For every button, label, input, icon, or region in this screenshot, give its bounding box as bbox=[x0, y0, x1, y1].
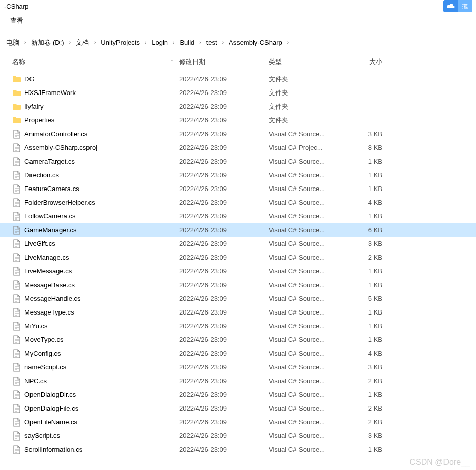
file-name-cell: nameScript.cs bbox=[12, 363, 179, 372]
file-size-cell: 2 KB bbox=[346, 404, 386, 412]
file-icon bbox=[12, 418, 21, 427]
file-name-cell: sayScript.cs bbox=[12, 431, 179, 441]
file-type-cell: 文件夹 bbox=[269, 102, 346, 111]
file-row[interactable]: sayScript.cs2022/4/26 23:09Visual C# Sou… bbox=[0, 429, 476, 443]
column-header-size[interactable]: 大小 bbox=[346, 57, 386, 67]
file-name-label: OpenDialogDir.cs bbox=[24, 391, 76, 398]
file-type-cell: Visual C# Source... bbox=[269, 212, 346, 220]
file-type-cell: Visual C# Source... bbox=[269, 404, 346, 412]
file-date-cell: 2022/4/26 23:09 bbox=[179, 185, 269, 193]
folder-icon bbox=[12, 102, 21, 111]
file-icon bbox=[12, 280, 21, 290]
cloud-sync-button[interactable]: 拖 bbox=[443, 0, 472, 12]
file-name-cell: FeatureCamera.cs bbox=[12, 184, 179, 194]
file-icon bbox=[12, 335, 21, 344]
ribbon-tab-view[interactable]: 查看 bbox=[0, 12, 476, 32]
file-type-cell: Visual C# Source... bbox=[269, 171, 346, 179]
file-row[interactable]: HXSJFrameWork2022/4/26 23:09文件夹 bbox=[0, 86, 476, 100]
column-header-date[interactable]: 修改日期 bbox=[179, 57, 269, 67]
file-icon bbox=[12, 253, 21, 262]
file-row[interactable]: Assembly-CSharp.csproj2022/4/26 23:09Vis… bbox=[0, 141, 476, 154]
file-name-cell: ScrollInformation.cs bbox=[12, 445, 179, 454]
file-name-cell: GameManager.cs bbox=[12, 226, 179, 235]
file-name-label: DG bbox=[24, 75, 35, 83]
file-row[interactable]: ScrollInformation.cs2022/4/26 23:09Visua… bbox=[0, 443, 476, 456]
file-icon bbox=[12, 198, 21, 207]
file-row[interactable]: NPC.cs2022/4/26 23:09Visual C# Source...… bbox=[0, 374, 476, 388]
file-row[interactable]: MiYu.cs2022/4/26 23:09Visual C# Source..… bbox=[0, 319, 476, 333]
file-date-cell: 2022/4/26 23:09 bbox=[179, 75, 269, 83]
column-header-name[interactable]: 名称 ˇ bbox=[12, 57, 179, 67]
file-row[interactable]: MoveType.cs2022/4/26 23:09Visual C# Sour… bbox=[0, 333, 476, 347]
file-name-label: MessageHandle.cs bbox=[24, 295, 81, 302]
file-type-cell: Visual C# Source... bbox=[269, 254, 346, 261]
ribbon-tab-label: 查看 bbox=[10, 17, 23, 24]
breadcrumb-item[interactable]: 新加卷 (D:) bbox=[27, 36, 68, 49]
file-size-cell: 1 KB bbox=[346, 322, 386, 330]
file-name-label: sayScript.cs bbox=[24, 432, 60, 440]
chevron-right-icon: › bbox=[286, 40, 290, 45]
file-name-cell: MiYu.cs bbox=[12, 322, 179, 331]
chevron-right-icon: › bbox=[198, 40, 202, 45]
file-size-cell: 8 KB bbox=[346, 144, 386, 151]
file-row[interactable]: FollowCamera.cs2022/4/26 23:09Visual C# … bbox=[0, 209, 476, 223]
column-header-type[interactable]: 类型 bbox=[269, 57, 346, 67]
file-row[interactable]: Ilyfairy2022/4/26 23:09文件夹 bbox=[0, 100, 476, 113]
file-row[interactable]: GameManager.cs2022/4/26 23:09Visual C# S… bbox=[0, 223, 476, 237]
file-name-label: FeatureCamera.cs bbox=[24, 185, 79, 193]
file-name-label: HXSJFrameWork bbox=[24, 89, 76, 97]
file-row[interactable]: OpenDialogFile.cs2022/4/26 23:09Visual C… bbox=[0, 401, 476, 415]
breadcrumb-item[interactable]: 电脑 bbox=[2, 36, 23, 49]
chevron-right-icon: › bbox=[23, 40, 27, 45]
file-size-cell: 1 KB bbox=[346, 391, 386, 398]
file-size-cell: 5 KB bbox=[346, 295, 386, 302]
file-name-label: MoveType.cs bbox=[24, 336, 64, 343]
file-icon bbox=[12, 184, 21, 194]
file-date-cell: 2022/4/26 23:09 bbox=[179, 308, 269, 316]
file-type-cell: Visual C# Source... bbox=[269, 377, 346, 385]
file-row[interactable]: FolderBrowserHelper.cs2022/4/26 23:09Vis… bbox=[0, 196, 476, 209]
file-name-cell: OpenFileName.cs bbox=[12, 418, 179, 427]
file-date-cell: 2022/4/26 23:09 bbox=[179, 391, 269, 398]
file-row[interactable]: Direction.cs2022/4/26 23:09Visual C# Sou… bbox=[0, 168, 476, 182]
file-row[interactable]: OpenDialogDir.cs2022/4/26 23:09Visual C#… bbox=[0, 388, 476, 401]
file-name-cell: FollowCamera.cs bbox=[12, 212, 179, 221]
file-row[interactable]: Properties2022/4/26 23:09文件夹 bbox=[0, 113, 476, 127]
file-row[interactable]: CameraTarget.cs2022/4/26 23:09Visual C# … bbox=[0, 154, 476, 168]
file-name-cell: MoveType.cs bbox=[12, 335, 179, 344]
breadcrumb-item[interactable]: Assembly-CSharp bbox=[225, 37, 286, 48]
file-type-cell: Visual C# Projec... bbox=[269, 144, 346, 151]
file-row[interactable]: nameScript.cs2022/4/26 23:09Visual C# So… bbox=[0, 360, 476, 374]
file-size-cell: 2 KB bbox=[346, 377, 386, 385]
chevron-right-icon: › bbox=[221, 40, 225, 45]
file-type-cell: Visual C# Source... bbox=[269, 199, 346, 206]
file-row[interactable]: AnimatorController.cs2022/4/26 23:09Visu… bbox=[0, 127, 476, 141]
file-row[interactable]: LiveMessage.cs2022/4/26 23:09Visual C# S… bbox=[0, 264, 476, 278]
breadcrumb-item[interactable]: Build bbox=[175, 37, 198, 48]
file-row[interactable]: FeatureCamera.cs2022/4/26 23:09Visual C#… bbox=[0, 182, 476, 196]
file-name-label: LiveMessage.cs bbox=[24, 267, 72, 275]
file-icon bbox=[12, 322, 21, 331]
file-row[interactable]: MyConfig.cs2022/4/26 23:09Visual C# Sour… bbox=[0, 347, 476, 360]
chevron-right-icon: › bbox=[93, 40, 97, 45]
file-list: DG2022/4/26 23:09文件夹HXSJFrameWork2022/4/… bbox=[0, 70, 476, 456]
window-title: -CSharp bbox=[4, 3, 28, 10]
file-row[interactable]: MessageHandle.cs2022/4/26 23:09Visual C#… bbox=[0, 292, 476, 305]
file-icon bbox=[12, 308, 21, 317]
title-bar: -CSharp 拖 bbox=[0, 0, 476, 12]
cloud-icon bbox=[443, 0, 458, 12]
file-row[interactable]: DG2022/4/26 23:09文件夹 bbox=[0, 72, 476, 86]
file-row[interactable]: LiveGift.cs2022/4/26 23:09Visual C# Sour… bbox=[0, 237, 476, 250]
breadcrumb-item[interactable]: 文档 bbox=[72, 36, 93, 49]
file-row[interactable]: OpenFileName.cs2022/4/26 23:09Visual C# … bbox=[0, 415, 476, 429]
file-row[interactable]: MessageType.cs2022/4/26 23:09Visual C# S… bbox=[0, 305, 476, 319]
file-row[interactable]: MessageBase.cs2022/4/26 23:09Visual C# S… bbox=[0, 278, 476, 292]
file-date-cell: 2022/4/26 23:09 bbox=[179, 418, 269, 426]
breadcrumb-item[interactable]: Login bbox=[147, 37, 172, 48]
file-date-cell: 2022/4/26 23:09 bbox=[179, 130, 269, 138]
file-icon bbox=[12, 239, 21, 248]
file-row[interactable]: LiveManage.cs2022/4/26 23:09Visual C# So… bbox=[0, 250, 476, 264]
breadcrumb-item[interactable]: test bbox=[202, 37, 221, 48]
breadcrumb-item[interactable]: UnityProjects bbox=[97, 37, 144, 48]
file-size-cell: 4 KB bbox=[346, 350, 386, 357]
